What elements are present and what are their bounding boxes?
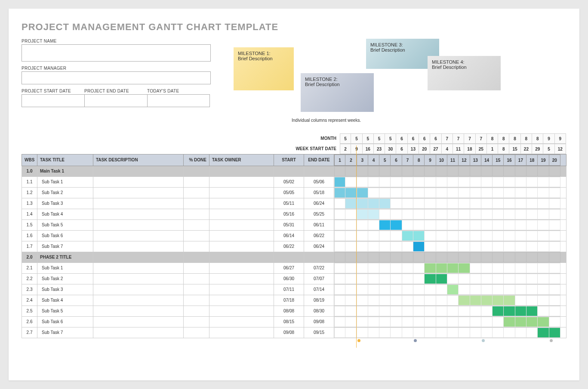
gantt-cell [391,198,402,209]
gantt-bar [357,210,368,219]
end-date-input[interactable] [84,94,147,107]
start-date-input[interactable] [22,94,84,107]
cell-ed [304,166,334,176]
timeline-cell: 4 [442,144,453,154]
gantt-bar [493,296,503,305]
task-row[interactable]: 2.2Sub Task 206/3007/07 [22,274,566,284]
today-date-input[interactable] [147,94,210,107]
timeline-cell: 2 [340,144,351,154]
gantt-cell [526,188,538,198]
gantt-cell [447,241,459,252]
timeline-cell: 2 [345,154,357,166]
gantt-cell [459,327,470,338]
gantt-cell [515,166,526,176]
index-cells: 1234567891011121314151617181920 [334,154,560,166]
gantt-cell [402,209,413,219]
gantt-cell [413,177,425,187]
cell-ed: 07/22 [304,263,334,273]
gantt-cell [345,274,357,284]
gantt-cell [345,241,357,252]
gantt-cell [504,263,515,273]
gantt-cell [368,263,379,273]
gantt-cell [391,284,402,295]
gantt-cell [459,209,470,219]
hdr-wbs: WBS [22,154,37,166]
milestone-1[interactable]: MILESTONE 1: Brief Description [234,47,294,90]
cell-sd: 06/22 [274,241,304,252]
task-row[interactable]: 2.4Sub Task 407/1808/19 [22,295,566,306]
project-name-input[interactable] [22,44,211,62]
gantt-cell [481,274,493,284]
phase-row[interactable]: 2.0PHASE 2 TITLE [22,252,566,263]
task-row[interactable]: 2.5Sub Task 508/0808/30 [22,306,566,317]
cell-wbs: 1.6 [22,231,37,241]
task-row[interactable]: 2.3Sub Task 307/1107/14 [22,284,566,295]
gantt-cell [334,274,345,284]
task-row[interactable]: 1.7Sub Task 706/2206/24 [22,241,566,252]
task-row[interactable]: 1.4Sub Task 405/1605/25 [22,209,566,220]
gantt-cell [538,220,549,230]
gantt-cell [481,188,493,198]
task-row[interactable]: 2.7Sub Task 709/0809/15 [22,327,566,338]
gantt-cell [413,166,425,176]
task-row[interactable]: 1.2Sub Task 205/0505/18 [22,188,566,198]
gantt-cell [470,263,481,273]
task-row[interactable]: 2.1Sub Task 106/2707/22 [22,263,566,274]
gantt-cell [481,241,493,252]
cell-own [209,252,274,262]
gantt-cell [436,209,447,219]
cell-own [209,220,274,230]
gantt-cell [447,317,459,327]
gantt-cells [334,295,560,306]
project-manager-label: PROJECT MANAGER [22,66,211,71]
cell-sd: 06/30 [274,274,304,284]
gantt-cell [504,274,515,284]
gantt-cell [436,274,447,284]
milestone-2[interactable]: MILESTONE 2: Brief Description [301,73,374,112]
gantt-cell [493,209,504,219]
gantt-cell [481,284,493,295]
task-row[interactable]: 1.6Sub Task 606/1406/22 [22,231,566,241]
gantt-cell [425,317,436,327]
column-header-row: WBS TASK TITLE TASK DESCRIPTION % DONE T… [22,154,566,166]
gantt-cell [402,274,413,284]
gantt-cell [504,220,515,230]
gantt-bar [515,317,526,327]
gantt-bar [481,296,492,305]
gantt-cell [526,327,538,338]
gantt-cell [436,188,447,198]
gantt-cell [357,306,368,316]
project-manager-input[interactable] [22,71,211,84]
task-row[interactable]: 1.5Sub Task 505/3106/11 [22,220,566,231]
timeline-cell: 14 [481,154,493,166]
gantt-cell [379,306,391,316]
cell-title: Sub Task 4 [37,209,93,219]
gantt-cell [379,241,391,252]
gantt-bar [459,263,469,273]
gantt-cell [368,166,379,176]
phase-row[interactable]: 1.0Main Task 1 [22,166,566,177]
task-row[interactable]: 1.3Sub Task 305/1106/24 [22,198,566,209]
gantt-cell [402,166,413,176]
gantt-cell [504,327,515,338]
gantt-cell [493,198,504,209]
gantt-cell [538,327,549,338]
timeline-cell: 1 [334,154,345,166]
today-date-field: TODAY'S DATE [147,89,210,107]
milestone-4-title: MILESTONE 4: [432,59,496,65]
gantt-cell [447,188,459,198]
gantt-cell [538,198,549,209]
gantt-cell [334,166,345,176]
gantt-cell [493,188,504,198]
task-row[interactable]: 1.1Sub Task 105/0205/06 [22,177,566,188]
task-row[interactable]: 2.6Sub Task 608/1509/08 [22,317,566,327]
gantt-cell [481,306,493,316]
end-date-field: PROJECT END DATE [84,89,147,107]
gantt-cell [538,177,549,187]
milestone-4[interactable]: MILESTONE 4: Brief Description [428,56,501,90]
cell-wbs: 2.0 [22,252,37,262]
gantt-cell [379,252,391,262]
cell-pct [184,317,209,327]
gantt-cell [459,252,470,262]
gantt-cell [515,252,526,262]
